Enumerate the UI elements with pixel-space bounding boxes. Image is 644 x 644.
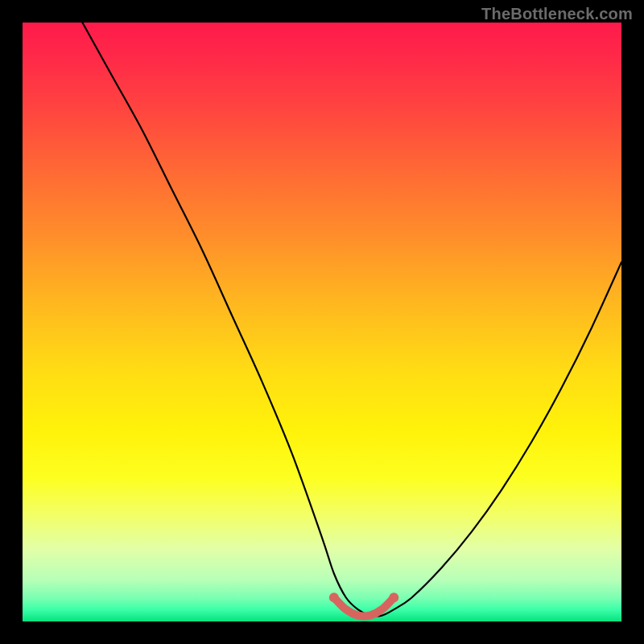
highlight-curve (334, 597, 394, 616)
curve-svg (23, 23, 621, 621)
highlight-end-dot (389, 592, 398, 602)
plot-area (23, 23, 621, 621)
watermark-label: TheBottleneck.com (481, 5, 633, 23)
chart-frame: TheBottleneck.com (0, 0, 644, 644)
highlight-start-dot (329, 592, 339, 602)
main-curve (82, 23, 621, 616)
